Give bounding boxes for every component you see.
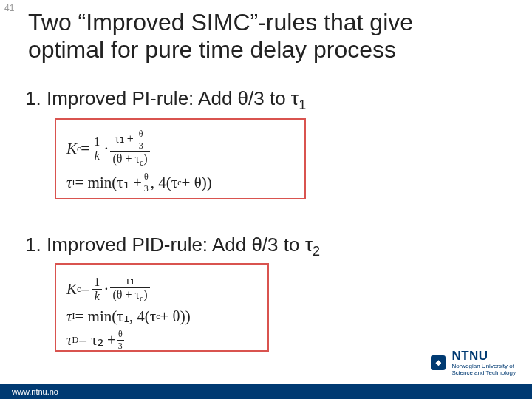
item1-prefix: 1. Improved PI-rule: Add <box>25 87 238 109</box>
min-mid: , 4(τ <box>151 174 177 192</box>
smfrac-3: θ3 <box>117 329 124 352</box>
footer-bar: www.ntnu.no <box>0 384 532 399</box>
item2-prefix: 1. Improved PID-rule: Add <box>25 233 251 256</box>
th: θ <box>137 129 145 140</box>
taud-sub: D <box>72 335 79 346</box>
den-tail: ) <box>143 152 147 165</box>
num-1: 1 <box>92 135 102 149</box>
min-pre: = min(τ₁ + <box>75 174 142 192</box>
min-tail: + θ)) <box>182 174 212 192</box>
k2: k <box>92 289 102 303</box>
item2-sub: 2 <box>313 244 320 259</box>
den2-tail: ) <box>143 288 147 301</box>
title-line2: optimal for pure time delay process <box>28 36 396 63</box>
taud: τ <box>66 331 72 349</box>
pid-kc-row: Kc = 1 k · τ₁ (θ + τc) <box>66 273 257 304</box>
frac-main: τ₁ + θ3 (θ + τc) <box>110 129 149 168</box>
title-line1: Two “Improved SIMC”-rules that give <box>28 9 413 35</box>
taui2: τ <box>66 307 72 326</box>
th2: θ <box>143 171 150 183</box>
kc-var: K <box>66 140 77 158</box>
thr2: 3 <box>143 183 150 194</box>
item2-expr: θ/3 to τ <box>251 233 313 256</box>
bullet-2: 1. Improved PID-rule: Add θ/3 to τ2 <box>25 233 320 259</box>
th3: θ <box>117 329 124 340</box>
den2-text: (θ + τ <box>112 288 139 301</box>
ntnu-logo: NTNU Norwegian University of Science and… <box>431 349 516 377</box>
ntnu-logo-text: NTNU Norwegian University of Science and… <box>451 349 516 377</box>
formula-box-pi: Kc = 1 k · τ₁ + θ3 (θ + τc) τI = min(τ₁ … <box>55 118 306 200</box>
den2: (θ + τc) <box>110 287 149 304</box>
den-main: (θ + τc) <box>110 151 149 168</box>
ntnu-mark-icon <box>431 355 446 370</box>
thr: 3 <box>137 140 145 151</box>
min2-tail: + θ)) <box>160 307 191 326</box>
frac-1k: 1 k <box>92 135 102 163</box>
item1-expr: θ/3 to τ <box>238 87 299 109</box>
pi-taui-row: τI = min(τ₁ + θ3, 4(τc + θ)) <box>66 171 294 194</box>
taui-var: τ <box>66 174 72 192</box>
num-text: τ₁ + <box>115 132 136 145</box>
min2: = min(τ₁, 4(τ <box>75 307 157 326</box>
smfrac-1: θ3 <box>137 129 145 151</box>
ntnu-big: NTNU <box>451 349 516 364</box>
kc2-var: K <box>66 280 77 299</box>
pi-kc-row: Kc = 1 k · τ₁ + θ3 (θ + τc) <box>66 129 294 168</box>
pid-taud-row: τD = τ₂ + θ3 <box>66 329 257 352</box>
dot2: · <box>104 280 108 299</box>
thr3: 3 <box>117 340 124 352</box>
tdeq: = τ₂ + <box>78 331 116 349</box>
formula-box-pid: Kc = 1 k · τ₁ (θ + τc) τI = min(τ₁, 4(τc… <box>55 263 269 352</box>
item1-sub: 1 <box>299 98 306 112</box>
footer-url: www.ntnu.no <box>12 387 58 396</box>
ntnu-l2: Science and Technology <box>451 370 516 377</box>
num-main: τ₁ + θ3 <box>112 129 147 151</box>
eq2: = <box>81 280 89 299</box>
frac-main2: τ₁ (θ + τc) <box>110 273 149 304</box>
smfrac-2: θ3 <box>143 171 150 194</box>
one2: 1 <box>92 276 102 289</box>
dot: · <box>104 140 108 158</box>
bullet-1: 1. Improved PI-rule: Add θ/3 to τ1 <box>25 87 306 113</box>
page-title: Two “Improved SIMC”-rules that give opti… <box>28 9 502 64</box>
slide-number: 41 <box>4 3 14 13</box>
eq-sign: = <box>81 140 89 158</box>
frac-1k2: 1 k <box>92 276 102 303</box>
num2: τ₁ <box>123 273 137 287</box>
pid-taui-row: τI = min(τ₁, 4(τc + θ)) <box>66 307 257 326</box>
den-text: (θ + τ <box>112 152 139 165</box>
den-k: k <box>92 149 102 163</box>
